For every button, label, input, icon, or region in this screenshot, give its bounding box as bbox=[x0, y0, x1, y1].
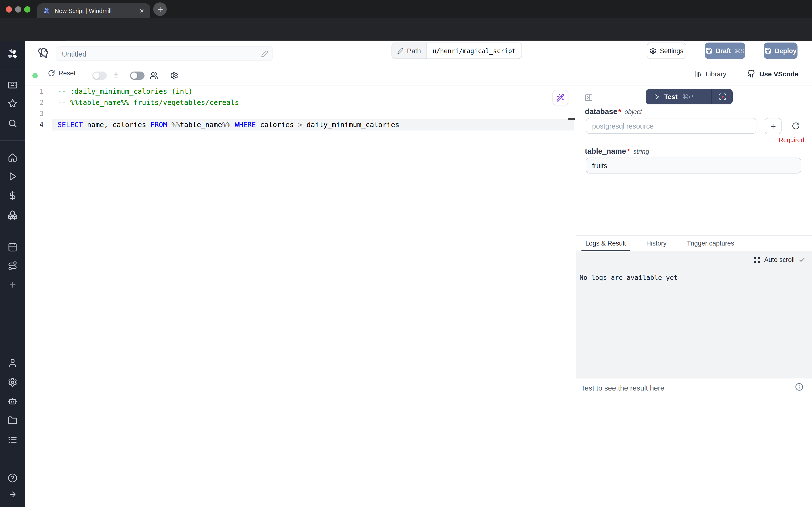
folder-icon bbox=[8, 416, 17, 425]
tab-logs-result[interactable]: Logs & Result bbox=[581, 236, 630, 252]
windmill-favicon bbox=[43, 7, 50, 14]
code-line-2: -- %%table_name%% fruits/vegetables/cere… bbox=[58, 97, 239, 108]
sidebar-item-resources[interactable] bbox=[7, 210, 18, 220]
help-icon bbox=[8, 473, 17, 483]
sidebar-item-flows[interactable] bbox=[8, 261, 17, 271]
library-label: Library bbox=[706, 70, 727, 78]
save-icon bbox=[765, 47, 771, 54]
sidebar-item-search[interactable] bbox=[8, 118, 17, 128]
boxes-icon bbox=[7, 210, 18, 220]
path-label: Path bbox=[407, 47, 421, 55]
ai-assistant-button[interactable] bbox=[553, 90, 568, 105]
result-tabs: Logs & Result History Trigger captures bbox=[576, 235, 812, 251]
check-icon bbox=[799, 257, 805, 263]
draft-button[interactable]: Draft ⌘S bbox=[705, 43, 745, 59]
code-line-1: -- :daily_minimum_calories (int) bbox=[58, 86, 193, 97]
route-icon bbox=[8, 261, 17, 271]
window-minimize-button[interactable] bbox=[15, 6, 21, 12]
expand-icon[interactable] bbox=[754, 257, 760, 263]
pencil-icon bbox=[397, 48, 404, 54]
tab-title: New Script | Windmill bbox=[55, 7, 135, 14]
line-number: 2 bbox=[25, 97, 44, 108]
sidebar-item-favorites[interactable] bbox=[8, 99, 17, 108]
info-icon[interactable] bbox=[795, 383, 803, 391]
database-field-label: database* object bbox=[585, 107, 642, 116]
arrow-right-icon bbox=[8, 490, 17, 499]
sidebar-item-home[interactable] bbox=[8, 153, 17, 162]
settings-button[interactable]: Settings bbox=[647, 43, 686, 59]
multiplayer-toggle[interactable] bbox=[130, 71, 144, 80]
wand-sparkles-icon bbox=[556, 94, 565, 102]
line-number-active: 4 bbox=[25, 119, 44, 130]
url-toolbar: app.windmill.dev/scripts/add#JTdCJTIyaGF… bbox=[0, 18, 812, 41]
diff-toggle[interactable] bbox=[92, 71, 107, 80]
sidebar-item-apps[interactable] bbox=[7, 80, 18, 90]
logs-pane: Auto scroll No logs are available yet bbox=[576, 251, 812, 378]
sidebar-item-user[interactable] bbox=[8, 358, 17, 368]
play-icon bbox=[653, 94, 660, 100]
tab-close-icon[interactable] bbox=[139, 8, 144, 13]
sidebar-item-runs[interactable] bbox=[8, 172, 17, 181]
use-vscode-button[interactable]: Use VScode bbox=[747, 70, 799, 78]
test-label: Test bbox=[664, 93, 678, 101]
editor-settings-gear-icon[interactable] bbox=[170, 71, 178, 80]
capture-run-button[interactable] bbox=[712, 89, 733, 104]
table-name-input[interactable] bbox=[586, 158, 801, 173]
sidebar-item-settings[interactable] bbox=[8, 378, 17, 387]
sidebar-item-workers[interactable] bbox=[8, 396, 17, 406]
table-name-field-label: table_name* string bbox=[585, 147, 649, 156]
code-editor[interactable]: 1 2 3 4 -- :daily_minimum_calories (int)… bbox=[25, 86, 576, 507]
plus-icon bbox=[156, 6, 164, 13]
database-resource-input[interactable] bbox=[586, 118, 756, 134]
test-button[interactable]: Test ⌘↵ bbox=[646, 89, 711, 104]
line-number: 1 bbox=[25, 86, 44, 97]
reset-button[interactable]: Reset bbox=[48, 70, 76, 77]
home-icon bbox=[8, 153, 17, 162]
browser-tab[interactable]: New Script | Windmill bbox=[37, 3, 150, 18]
edit-pencil-icon[interactable] bbox=[261, 50, 268, 58]
sidebar-item-help[interactable] bbox=[8, 473, 17, 483]
new-tab-button[interactable] bbox=[153, 2, 167, 16]
deploy-button[interactable]: Deploy bbox=[764, 43, 798, 59]
library-button[interactable]: Library bbox=[695, 70, 727, 78]
windmill-logo[interactable] bbox=[7, 49, 18, 60]
test-shortcut: ⌘↵ bbox=[682, 93, 694, 101]
sidebar-divider bbox=[0, 67, 25, 67]
path-field[interactable]: Path u/henri/magical_script bbox=[392, 43, 522, 59]
result-placeholder: Test to see the result here bbox=[581, 384, 664, 392]
sidebar-item-variables[interactable] bbox=[8, 191, 17, 201]
deploy-label: Deploy bbox=[775, 47, 797, 54]
sidebar-item-schedules[interactable] bbox=[8, 242, 17, 252]
tab-trigger-captures[interactable]: Trigger captures bbox=[683, 236, 738, 251]
script-title-input[interactable] bbox=[56, 46, 273, 61]
auto-scroll-control[interactable]: Auto scroll bbox=[754, 256, 805, 264]
library-icon bbox=[695, 70, 702, 78]
tab-history[interactable]: History bbox=[642, 236, 671, 251]
diff-icon[interactable] bbox=[112, 71, 120, 79]
no-logs-message: No logs are available yet bbox=[580, 274, 678, 281]
reset-label: Reset bbox=[58, 70, 76, 77]
refresh-resources-icon[interactable] bbox=[792, 122, 800, 130]
tab-strip: New Script | Windmill bbox=[0, 0, 812, 18]
overview-ruler-mark bbox=[568, 118, 575, 120]
plus-icon bbox=[8, 280, 17, 289]
sidebar-item-audit-logs[interactable] bbox=[8, 435, 17, 445]
draft-shortcut: ⌘S bbox=[735, 47, 745, 54]
reload-icon bbox=[48, 70, 55, 77]
window-zoom-button[interactable] bbox=[24, 6, 31, 12]
window-close-button[interactable] bbox=[6, 6, 12, 12]
sidebar-item-folders[interactable] bbox=[8, 416, 17, 425]
users-icon[interactable] bbox=[150, 71, 158, 80]
postgresql-icon bbox=[37, 47, 49, 59]
bot-icon bbox=[8, 396, 17, 406]
search-icon bbox=[8, 118, 17, 128]
add-resource-button[interactable] bbox=[765, 118, 781, 134]
sidebar-item-add[interactable] bbox=[8, 280, 17, 289]
vscode-label: Use VScode bbox=[759, 70, 799, 77]
app-sidebar bbox=[0, 41, 25, 507]
sidebar-expand[interactable] bbox=[8, 490, 17, 499]
result-pane: Test to see the result here bbox=[576, 378, 812, 507]
collapse-panel-icon[interactable] bbox=[584, 93, 593, 102]
gear-icon bbox=[8, 378, 17, 387]
settings-label: Settings bbox=[660, 47, 684, 54]
